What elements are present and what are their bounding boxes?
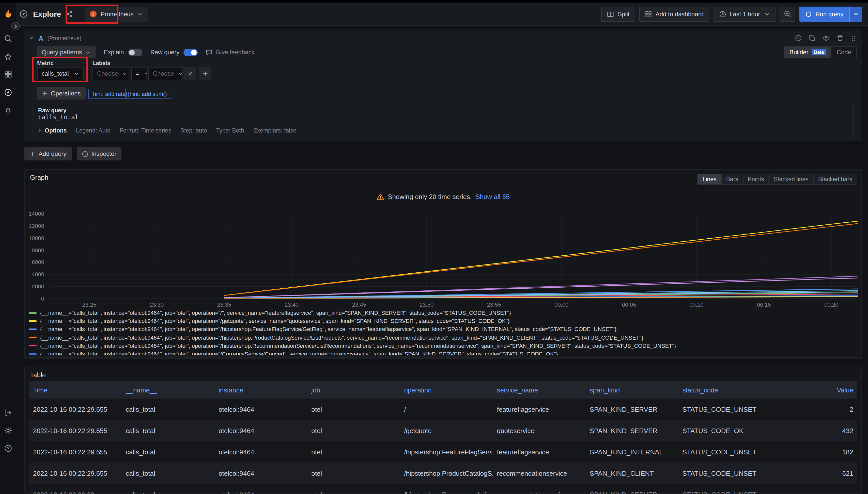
builder-mode-option[interactable]: Builder Beta	[784, 47, 832, 58]
table-row: 2022-10-16 00:22:29.655calls_totalotelco…	[29, 441, 857, 462]
table-cell: calls_total	[122, 484, 215, 494]
sidebar-item-alerting[interactable]	[0, 102, 16, 118]
x-tick-label: 00:10	[689, 302, 703, 308]
hide-response-eye-icon[interactable]	[822, 34, 830, 42]
dashboard-grid-icon	[645, 11, 652, 18]
graph-y-axis: 02000400060008000100001200014000	[25, 214, 46, 299]
collapse-chevron-icon[interactable]	[29, 35, 35, 41]
table-cell: otelcol:9464	[215, 399, 307, 420]
operations-button[interactable]: Operations	[37, 87, 86, 99]
column-header-time[interactable]: Time	[29, 381, 122, 399]
column-header--name-[interactable]: __name__	[122, 381, 215, 399]
legend-item[interactable]: {__name__="calls_total", instance="otelc…	[29, 333, 857, 341]
code-mode-option[interactable]: Code	[832, 47, 856, 58]
chevron-down-icon	[74, 71, 79, 76]
label-operator-select[interactable]: =	[131, 67, 146, 80]
drag-handle-icon[interactable]	[850, 35, 857, 41]
raw-query-section: Raw query calls_total Options Legend: Au…	[33, 103, 854, 139]
legend-item[interactable]: {__name__="calls_total", instance="otelc…	[29, 342, 857, 350]
explain-toggle[interactable]	[128, 49, 142, 56]
add-label-filter-button[interactable]	[199, 67, 212, 80]
top-navigation: Explore Prometheus Split Add to	[0, 2, 868, 26]
query-patterns-button[interactable]: Query patterns	[37, 46, 96, 58]
graph-plot[interactable]	[49, 214, 858, 299]
beta-badge: Beta	[812, 49, 827, 55]
graph-legend: {__name__="calls_total", instance="otelc…	[29, 309, 857, 355]
legend-scrollbar[interactable]	[29, 356, 857, 358]
table-row: 2022-10-16 00:22:29.655calls_totalotelco…	[29, 420, 857, 441]
sidebar-item-search[interactable]	[0, 31, 16, 46]
column-header-span-kind[interactable]: span_kind	[586, 381, 679, 399]
label-value-select[interactable]: Choose	[148, 67, 183, 80]
metric-select[interactable]: calls_total	[37, 67, 84, 80]
top-black-strip	[0, 0, 868, 2]
sidebar-item-configuration[interactable]	[0, 423, 16, 438]
query-ref-id[interactable]: A	[39, 34, 43, 42]
sidebar-expand-button[interactable]	[11, 22, 20, 31]
label-key-select[interactable]: Choose	[92, 67, 129, 80]
graph-mode-stacked-bars[interactable]: Stacked bars	[814, 174, 857, 185]
legend-series-label: {__name__="calls_total", instance="otelc…	[40, 310, 511, 316]
legend-series-color	[29, 337, 37, 338]
explore-compass-icon	[19, 10, 28, 18]
column-header-job[interactable]: job	[307, 381, 400, 399]
column-header-service-name[interactable]: service_name	[493, 381, 585, 399]
clock-icon	[719, 11, 726, 18]
gear-icon	[4, 426, 12, 435]
remove-query-trash-icon[interactable]	[836, 35, 844, 42]
x-tick-label: 00:05	[622, 302, 636, 308]
graph-mode-points[interactable]: Points	[743, 174, 769, 185]
run-query-main[interactable]: Run query	[799, 6, 849, 22]
time-range-picker[interactable]: Last 1 hour	[713, 6, 775, 22]
table-cell: STATUS_CODE_UNSET	[679, 399, 771, 420]
graph-mode-lines[interactable]: Lines	[698, 174, 722, 185]
table-cell: 2022-10-16 00:22:29.655	[29, 420, 122, 441]
legend-item[interactable]: {__name__="calls_total", instance="otelc…	[29, 325, 857, 333]
legend-series-color	[29, 328, 37, 330]
column-header-value[interactable]: Value	[771, 381, 857, 399]
split-button[interactable]: Split	[601, 6, 635, 22]
legend-item[interactable]: {__name__="calls_total", instance="otelc…	[29, 309, 857, 317]
grafana-logo[interactable]	[0, 6, 16, 22]
datasource-name: Prometheus	[101, 11, 133, 18]
sidebar-item-sign-in[interactable]	[0, 405, 16, 420]
duplicate-query-icon[interactable]	[809, 35, 816, 42]
y-tick-label: 12000	[29, 223, 44, 229]
query-options-row[interactable]: Options Legend: Auto Format: Time series…	[33, 124, 853, 137]
metric-caption: Metric	[37, 60, 54, 66]
table-panel-title: Table	[30, 371, 46, 379]
table-cell: calls_total	[122, 441, 215, 462]
sidebar-item-dashboards[interactable]	[0, 66, 16, 82]
datasource-picker[interactable]: Prometheus	[85, 6, 148, 22]
legend-item[interactable]: {__name__="calls_total", instance="otelc…	[29, 317, 857, 325]
legend-series-color	[29, 353, 37, 355]
graph-mode-stacked-lines[interactable]: Stacked lines	[769, 174, 814, 185]
show-all-series-link[interactable]: Show all 55	[475, 193, 509, 201]
column-header-instance[interactable]: instance	[215, 381, 307, 399]
graph-panel-title: Graph	[30, 174, 48, 181]
zoom-out-button[interactable]	[779, 6, 795, 22]
warning-text: Showing only 20 time series.	[388, 193, 472, 201]
give-feedback-link[interactable]: Give feedback	[206, 49, 254, 56]
legend-item[interactable]: {__name__="calls_total", instance="otelc…	[29, 350, 857, 355]
hint-add-sum-button[interactable]: hint: add sum()	[125, 89, 171, 99]
column-header-operation[interactable]: operation	[400, 381, 493, 399]
raw-query-toggle[interactable]	[183, 49, 198, 56]
add-query-button[interactable]: Add query	[24, 147, 71, 160]
add-to-dashboard-button[interactable]: Add to dashboard	[639, 6, 709, 22]
share-icon[interactable]	[66, 11, 73, 17]
column-header-status-code[interactable]: status_code	[679, 381, 771, 399]
table-row: 2022-10-16 00:22:29...calls_totalotelcol…	[29, 484, 857, 494]
table-cell: 2	[771, 399, 857, 420]
sidebar-item-help[interactable]: ?	[0, 441, 16, 456]
sidebar-item-explore[interactable]	[0, 85, 16, 100]
query-help-icon[interactable]: ?	[795, 35, 802, 42]
inspector-button[interactable]: Inspector	[76, 147, 122, 160]
run-query-dropdown[interactable]	[849, 6, 862, 22]
run-query-button[interactable]: Run query	[799, 6, 862, 22]
graph-mode-bars[interactable]: Bars	[722, 174, 743, 185]
builder-label: Builder	[790, 49, 809, 56]
table-cell: /hipstershop.FeatureFlagServi...	[400, 441, 493, 462]
sidebar-item-starred[interactable]	[0, 49, 16, 64]
remove-label-filter-button[interactable]	[184, 67, 196, 80]
